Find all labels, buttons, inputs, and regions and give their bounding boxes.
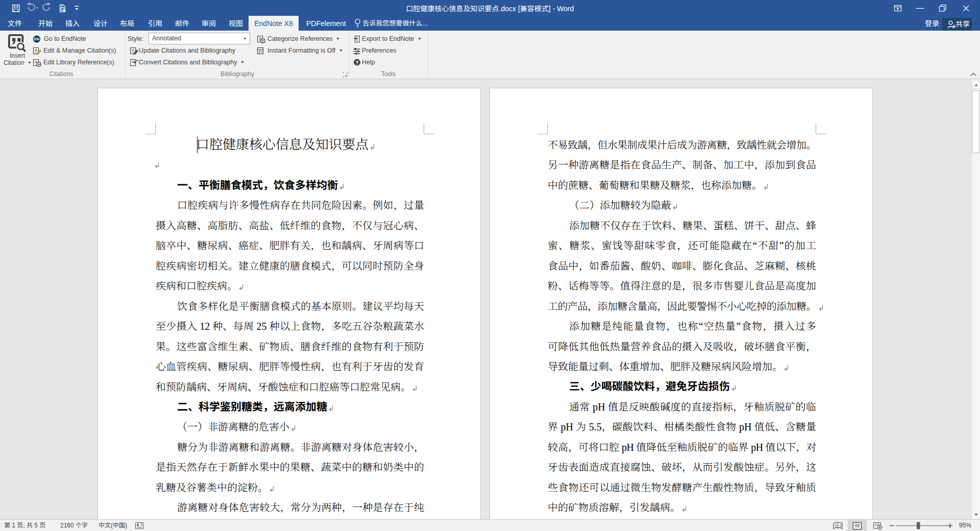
svg-text:EN: EN [34, 37, 39, 41]
svg-text:?: ? [355, 60, 358, 66]
